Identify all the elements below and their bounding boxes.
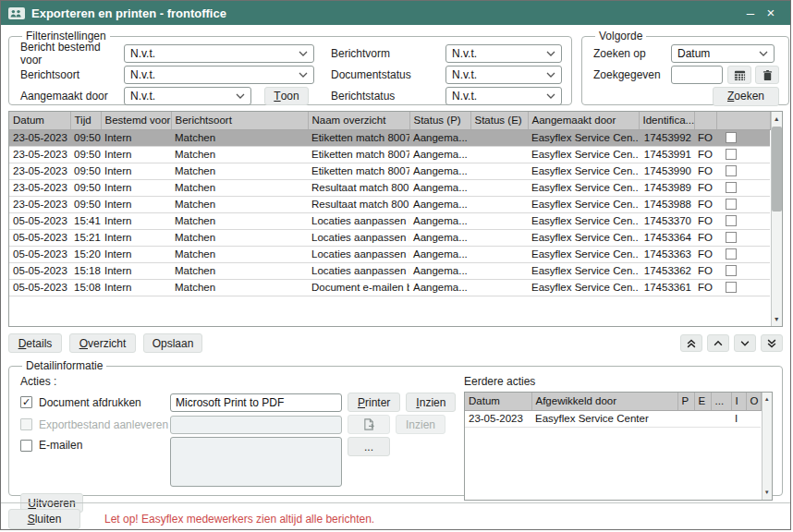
col-afgewikkeld-door[interactable]: Afgewikkeld door — [531, 393, 677, 410]
chevron-down-icon — [759, 51, 768, 56]
berichtvorm-label: Berichtvorm — [331, 47, 445, 60]
scroll-up-icon[interactable]: ▲ — [774, 112, 780, 126]
eerdere-acties-row[interactable]: 23-05-2023 Easyflex Service Center I — [465, 410, 761, 427]
cell-status-p: Aangema... — [409, 146, 470, 163]
footer-bar: Sluiten Let op! Easyflex medewerkers zie… — [1, 502, 790, 532]
chevron-down-icon — [299, 72, 308, 78]
aangemaakt-door-select[interactable]: N.v.t. — [124, 87, 251, 105]
calendar-button[interactable] — [727, 66, 751, 84]
col-bestemd-voor[interactable]: Bestemd voor — [101, 112, 171, 129]
eerdere-acties-scrollbar[interactable]: ▲ ▼ — [762, 393, 773, 500]
cell-status-e — [470, 229, 528, 246]
export-button — [348, 415, 390, 434]
documentstatus-select[interactable]: N.v.t. — [445, 66, 562, 84]
printer-button[interactable]: Printer — [348, 393, 400, 412]
berichtstatus-select[interactable]: N.v.t. — [445, 87, 562, 105]
col-naam-overzicht[interactable]: Naam overzicht — [308, 112, 409, 129]
table-row[interactable]: 23-05-2023 09:50 Intern Matchen Etikette… — [9, 129, 770, 146]
cell-identificatie: 17453990 — [639, 163, 694, 179]
document-afdrukken-checkbox[interactable]: ✓ — [20, 396, 32, 408]
toon-button[interactable]: Toon — [264, 87, 309, 105]
chevron-down-icon — [546, 93, 555, 99]
col-dots[interactable]: ... — [711, 393, 731, 410]
row-checkbox[interactable] — [726, 248, 737, 260]
export-file-icon — [362, 418, 376, 430]
row-checkbox[interactable] — [726, 265, 737, 276]
col-datum[interactable]: Datum — [465, 393, 531, 410]
next-record-button[interactable] — [734, 334, 756, 352]
col-aangemaakt-door[interactable]: Aangemaakt door — [528, 112, 639, 129]
bericht-bestemd-voor-select[interactable]: N.v.t. — [124, 44, 314, 63]
scrollbar-thumb[interactable] — [772, 127, 782, 212]
table-scrollbar[interactable]: ▲ ▼ — [771, 112, 783, 326]
table-header-row: Datum Tijd Bestemd voor Berichtsoort Naa… — [9, 112, 770, 129]
row-checkbox[interactable] — [726, 182, 737, 193]
row-checkbox[interactable] — [726, 199, 737, 210]
cell-status-e — [470, 246, 528, 262]
col-tijd[interactable]: Tijd — [70, 112, 101, 129]
col-identificatie[interactable]: Identifica... — [639, 112, 694, 129]
cell-aangemaakt-door: Easyflex Service Cen... — [528, 196, 639, 212]
row-checkbox[interactable] — [726, 165, 737, 176]
col-o[interactable]: O — [746, 393, 761, 410]
sluiten-button[interactable]: Sluiten — [8, 509, 80, 529]
details-button[interactable]: Details — [8, 333, 62, 353]
window-title: Exporteren en printen - frontoffice — [31, 6, 740, 20]
table-row[interactable]: 05-05-2023 15:20 Intern Matchen Locaties… — [9, 246, 770, 262]
cell-berichtsoort: Matchen — [171, 146, 308, 163]
minimize-button[interactable]: – — [740, 1, 761, 25]
row-checkbox[interactable] — [726, 215, 737, 226]
cell-bestemd-voor: Intern — [101, 279, 171, 296]
clear-button[interactable] — [755, 66, 779, 84]
table-row[interactable]: 23-05-2023 09:50 Intern Matchen Resultaa… — [9, 196, 770, 212]
col-e[interactable]: E — [694, 393, 711, 410]
scroll-down-icon[interactable]: ▼ — [764, 486, 770, 500]
table-row[interactable]: 05-05-2023 15:41 Intern Matchen Locaties… — [9, 212, 770, 229]
col-berichtsoort[interactable]: Berichtsoort — [171, 112, 308, 129]
opslaan-button[interactable]: Opslaan — [143, 333, 202, 353]
row-checkbox[interactable] — [726, 132, 737, 143]
overzicht-button[interactable]: Overzicht — [69, 333, 136, 353]
col-select[interactable] — [716, 112, 770, 129]
emailen-checkbox[interactable] — [20, 440, 32, 452]
cell-bestemd-voor: Intern — [101, 229, 171, 246]
first-record-button[interactable] — [680, 334, 702, 352]
table-row[interactable]: 23-05-2023 09:50 Intern Matchen Etikette… — [9, 163, 770, 179]
inzien-button[interactable]: Inzien — [406, 393, 456, 412]
zoeken-button[interactable]: Zoeken — [713, 87, 779, 106]
col-fo[interactable] — [694, 112, 716, 129]
col-datum[interactable]: Datum — [9, 112, 70, 129]
close-button[interactable]: × — [761, 1, 781, 25]
printer-input[interactable] — [170, 393, 342, 412]
berichtsoort-select[interactable]: N.v.t. — [124, 66, 314, 84]
email-more-button[interactable]: ... — [348, 437, 390, 456]
chevron-down-icon — [546, 72, 555, 78]
zoekgegeven-input[interactable] — [671, 66, 723, 84]
col-status-e[interactable]: Status (E) — [470, 112, 528, 129]
row-checkbox[interactable] — [726, 282, 737, 293]
cell-naam-overzicht: Etiketten match 80077... — [308, 146, 409, 163]
documentstatus-value: N.v.t. — [452, 68, 546, 81]
cell-status-p: Aangema... — [409, 279, 470, 296]
chevron-down-icon — [236, 93, 245, 99]
row-checkbox[interactable] — [726, 232, 737, 243]
table-body: 23-05-2023 09:50 Intern Matchen Etikette… — [9, 129, 770, 296]
detailinformatie-legend: Detailinformatie — [22, 359, 106, 372]
table-row[interactable]: 05-05-2023 15:18 Intern Matchen Locaties… — [9, 262, 770, 279]
acties-panel: Acties : ✓ Document afdrukken Printer In… — [20, 374, 457, 513]
zoeken-op-select[interactable]: Datum — [671, 44, 775, 63]
table-row[interactable]: 05-05-2023 15:21 Intern Matchen Locaties… — [9, 229, 770, 246]
table-row[interactable]: 23-05-2023 09:50 Intern Matchen Resultaa… — [9, 179, 770, 196]
row-checkbox[interactable] — [726, 149, 737, 160]
table-row[interactable]: 23-05-2023 09:50 Intern Matchen Etikette… — [9, 146, 770, 163]
scroll-up-icon[interactable]: ▲ — [764, 393, 770, 406]
col-status-p[interactable]: Status (P) — [409, 112, 470, 129]
col-p[interactable]: P — [677, 393, 694, 410]
berichtvorm-select[interactable]: N.v.t. — [445, 44, 562, 63]
scroll-down-icon[interactable]: ▼ — [774, 312, 780, 326]
cell-select — [716, 179, 770, 196]
col-i[interactable]: I — [731, 393, 746, 410]
last-record-button[interactable] — [761, 334, 783, 352]
previous-record-button[interactable] — [707, 334, 729, 352]
table-row[interactable]: 05-05-2023 15:08 Intern Matchen Document… — [9, 279, 770, 296]
